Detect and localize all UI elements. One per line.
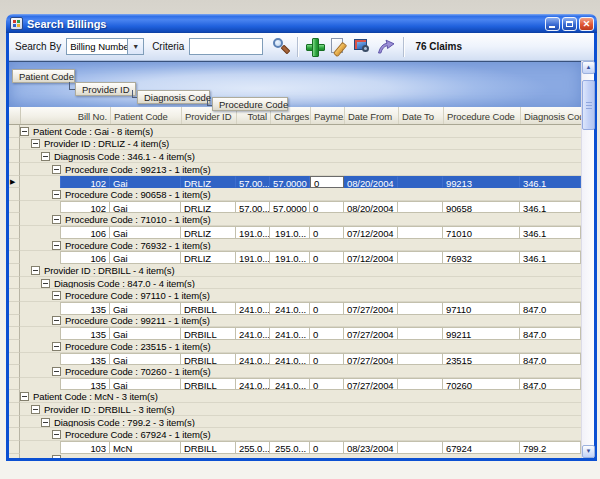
collapse-icon[interactable] [52, 215, 61, 224]
row-indicator[interactable] [9, 188, 20, 201]
group-row[interactable]: Diagnosis Code : 346.1 - 4 item(s) [9, 150, 581, 163]
grid-cell-diagnosis-code[interactable]: 346.1 [520, 201, 581, 214]
group-row[interactable]: Procedure Code : 71010 - 1 item(s) [9, 213, 581, 226]
collapse-icon[interactable] [52, 367, 61, 376]
grid-cell-procedure-code[interactable]: 67924 [443, 441, 520, 454]
grid-cell-payme[interactable]: 0 [310, 226, 344, 239]
group-bar[interactable] [20, 454, 581, 458]
group-bar[interactable]: Procedure Code : 90658 - 1 item(s) [20, 188, 581, 201]
column-header-diagnosis-code[interactable]: Diagnosis Code [521, 107, 581, 124]
scrollbar-thumb[interactable] [582, 80, 595, 130]
titlebar[interactable]: Search Billings [6, 14, 597, 33]
grid-cell-provider-id[interactable]: DRLIZ [181, 176, 236, 189]
group-row[interactable]: Procedure Code : 90658 - 1 item(s) [9, 188, 581, 201]
grid-cell-date-from[interactable]: 07/12/2004 [344, 226, 398, 239]
row-indicator[interactable] [9, 365, 20, 378]
group-row[interactable]: Procedure Code : 76932 - 1 item(s) [9, 239, 581, 252]
grid-cell-bill-no[interactable]: 106 [60, 226, 110, 239]
grid-cell-charges[interactable]: 241.0... [270, 353, 310, 366]
collapse-icon[interactable] [41, 152, 50, 161]
collapse-icon[interactable] [52, 455, 61, 458]
search-by-combobox[interactable]: Billing Number ▼ [66, 38, 144, 55]
group-row[interactable]: Diagnosis Code : 847.0 - 4 item(s) [9, 277, 581, 290]
row-indicator[interactable] [9, 150, 20, 163]
group-row[interactable]: Provider ID : DRBILL - 3 item(s) [9, 403, 581, 416]
add-icon[interactable] [304, 36, 326, 58]
group-bar[interactable]: Patient Code : McN - 3 item(s) [20, 390, 581, 403]
grid-cell-diagnosis-code[interactable]: 346.1 [520, 226, 581, 239]
row-indicator[interactable] [9, 315, 20, 328]
grid-cell-date-from[interactable]: 08/20/2004 [344, 201, 398, 214]
vertical-scrollbar[interactable]: ▲ ▼ [581, 61, 594, 458]
grid-cell-diagnosis-code[interactable]: 346.1 [520, 176, 581, 189]
grid-cell-total[interactable]: 241.0... [236, 353, 270, 366]
grid-cell-provider-id[interactable]: DRLIZ [181, 226, 236, 239]
grid-cell-date-to[interactable] [398, 327, 443, 340]
grid-cell-bill-no[interactable]: 135 [60, 353, 110, 366]
group-bar[interactable]: Provider ID : DRLIZ - 4 item(s) [20, 138, 581, 151]
group-bar[interactable]: Procedure Code : 71010 - 1 item(s) [20, 213, 581, 226]
group-bar[interactable]: Procedure Code : 99213 - 1 item(s) [20, 163, 581, 176]
row-indicator[interactable] [9, 163, 20, 176]
group-field-procedure-code[interactable]: Procedure Code [212, 97, 288, 111]
search-icon[interactable] [270, 36, 292, 58]
grid-cell-bill-no[interactable]: 135 [60, 327, 110, 340]
row-indicator[interactable] [9, 213, 20, 226]
grid-cell-procedure-code[interactable]: 70260 [443, 378, 520, 391]
grid-cell-date-from[interactable]: 08/23/2004 [344, 441, 398, 454]
grid-cell-procedure-code[interactable]: 97110 [443, 302, 520, 315]
row-indicator[interactable] [9, 251, 20, 264]
grid-cell-bill-no[interactable]: 103 [60, 441, 110, 454]
collapse-icon[interactable] [20, 392, 29, 401]
chevron-down-icon[interactable]: ▼ [127, 39, 143, 54]
data-row[interactable]: 135GaiDRBILL241.0...241.0...007/27/20042… [9, 353, 581, 366]
close-button[interactable] [579, 17, 594, 31]
group-row[interactable]: Procedure Code : 70260 - 1 item(s) [9, 365, 581, 378]
grid-cell-patient-code[interactable]: Gai [110, 302, 181, 315]
grid-cell-date-from[interactable]: 07/27/2004 [344, 327, 398, 340]
grid-cell-provider-id[interactable]: DRBILL [181, 353, 236, 366]
data-row[interactable]: 106GaiDRLIZ191.0...191.0...007/12/200476… [9, 251, 581, 264]
data-row[interactable]: 135GaiDRBILL241.0...241.0...007/27/20049… [9, 327, 581, 340]
grid-cell-date-to[interactable] [398, 226, 443, 239]
data-row[interactable]: 135GaiDRBILL241.0...241.0...007/27/20049… [9, 302, 581, 315]
grid-cell-payme[interactable]: 0 [310, 353, 344, 366]
grid-cell-date-from[interactable]: 07/12/2004 [344, 251, 398, 264]
row-indicator[interactable]: ▶ [9, 176, 20, 189]
column-header-bill-no[interactable]: Bill No. [21, 107, 111, 124]
grid-cell-date-from[interactable]: 07/27/2004 [344, 353, 398, 366]
scroll-up-icon[interactable]: ▲ [582, 61, 595, 74]
group-field-diagnosis-code[interactable]: Diagnosis Code [137, 90, 210, 104]
collapse-icon[interactable] [41, 279, 50, 288]
column-header-payme[interactable]: Payme... [311, 107, 345, 124]
grid-cell-patient-code[interactable]: Gai [110, 251, 181, 264]
grid-cell-procedure-code[interactable]: 23515 [443, 353, 520, 366]
row-indicator[interactable] [9, 340, 20, 353]
grid-cell-patient-code[interactable]: Gai [110, 201, 181, 214]
grid-cell-procedure-code[interactable]: 71010 [443, 226, 520, 239]
collapse-icon[interactable] [52, 430, 61, 439]
grid-cell-patient-code[interactable]: Gai [110, 353, 181, 366]
grid-cell-bill-no[interactable]: 106 [60, 251, 110, 264]
grid-cell-patient-code[interactable]: Gai [110, 327, 181, 340]
grid-cell-total[interactable]: 191.0... [236, 226, 270, 239]
grid-cell-date-to[interactable] [398, 353, 443, 366]
grid-cell-provider-id[interactable]: DRBILL [181, 327, 236, 340]
collapse-icon[interactable] [52, 291, 61, 300]
grid-cell-provider-id[interactable]: DRLIZ [181, 201, 236, 214]
grid-cell-charges[interactable]: 191.0... [270, 251, 310, 264]
row-indicator[interactable] [9, 428, 20, 441]
grid-cell-provider-id[interactable]: DRBILL [181, 378, 236, 391]
grid-cell-procedure-code[interactable]: 76932 [443, 251, 520, 264]
data-row[interactable]: 103McNDRBILL255.0...255.0...008/23/20046… [9, 441, 581, 454]
grid-cell-bill-no[interactable]: 135 [60, 378, 110, 391]
grid-cell-provider-id[interactable]: DRLIZ [181, 251, 236, 264]
collapse-icon[interactable] [52, 241, 61, 250]
grid-cell-total[interactable]: 57.00... [236, 176, 270, 189]
group-bar[interactable]: Provider ID : DRBILL - 3 item(s) [20, 403, 581, 416]
grid-cell-date-to[interactable] [398, 378, 443, 391]
swoosh-arrow-icon[interactable] [376, 36, 398, 58]
data-row[interactable]: 102GaiDRLIZ57.00...57.0000008/20/2004906… [9, 201, 581, 214]
grid-cell-procedure-code[interactable]: 99211 [443, 327, 520, 340]
row-indicator[interactable] [9, 441, 20, 454]
